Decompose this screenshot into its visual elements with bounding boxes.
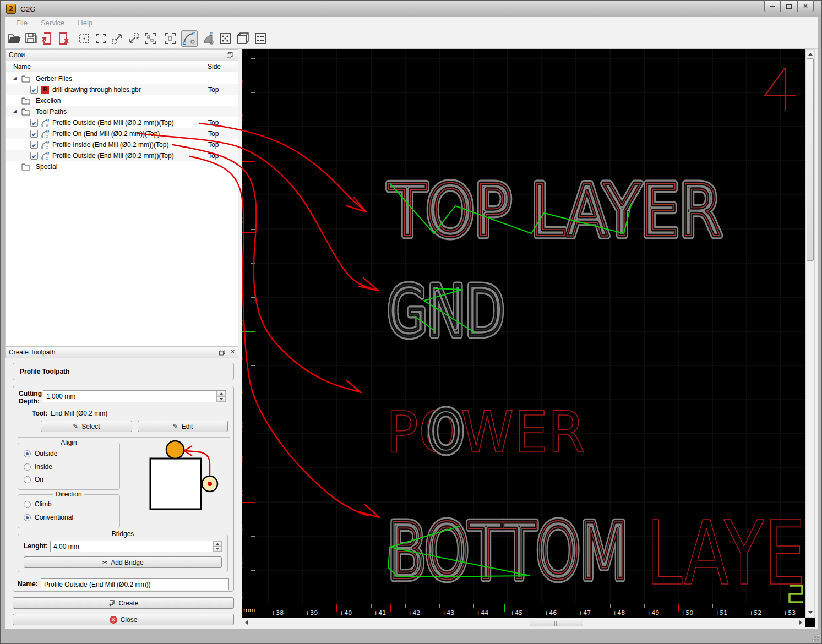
ruler-label: +22 bbox=[242, 421, 244, 434]
tree-item-label: Excellon bbox=[36, 97, 61, 105]
ruler-unit-label: mm bbox=[242, 604, 255, 618]
tile-view-icon[interactable] bbox=[144, 32, 157, 45]
tree-row-profile-on[interactable]: ✔ Profile On (End Mill (Ø0.2 mm))(Top) T… bbox=[6, 128, 238, 139]
ruler-tick bbox=[473, 604, 474, 608]
ruler-marker bbox=[242, 161, 255, 162]
tree-row-profile-outside-1[interactable]: ✔ Profile Outside (End Mill (Ø0.2 mm))(T… bbox=[6, 117, 238, 128]
resize-grip[interactable] bbox=[812, 634, 819, 641]
open-file-icon[interactable] bbox=[8, 32, 21, 45]
menu-file[interactable]: File bbox=[9, 19, 34, 27]
ruler-label: +41 bbox=[373, 609, 386, 616]
zoom-window-icon[interactable] bbox=[94, 32, 107, 45]
layer-checkbox[interactable]: ✔ bbox=[30, 119, 38, 127]
create-button[interactable]: Create bbox=[13, 597, 234, 609]
float-panel-icon[interactable] bbox=[219, 350, 225, 356]
layer-checkbox[interactable]: ✔ bbox=[30, 141, 38, 149]
menu-help[interactable]: Help bbox=[71, 19, 99, 27]
ruler-tick bbox=[747, 604, 747, 608]
edit-tool-button[interactable]: ✎Edit bbox=[138, 421, 228, 432]
spin-down[interactable] bbox=[217, 396, 226, 402]
toolpath-name-input[interactable] bbox=[41, 578, 229, 590]
folder-icon bbox=[21, 75, 30, 83]
radio-icon[interactable] bbox=[24, 514, 31, 521]
spin-up[interactable] bbox=[217, 391, 226, 396]
ruler-tick bbox=[251, 570, 255, 571]
tree-item-side: Top bbox=[208, 86, 219, 94]
select-tool-button[interactable]: ✎Select bbox=[41, 421, 132, 432]
ruler-label: +18 bbox=[242, 558, 244, 570]
tree-row-gerber-files[interactable]: ◢ Gerber Files bbox=[6, 73, 238, 84]
vertical-scrollbar[interactable] bbox=[805, 49, 815, 618]
vertical-scroll-thumb[interactable] bbox=[807, 58, 814, 261]
folder-icon bbox=[21, 163, 30, 171]
zoom-out-icon[interactable] bbox=[127, 32, 140, 45]
scroll-up-icon[interactable] bbox=[808, 53, 813, 56]
menu-service[interactable]: Service bbox=[34, 19, 71, 27]
column-name[interactable]: Name bbox=[13, 63, 31, 70]
scroll-down-icon[interactable] bbox=[808, 611, 813, 614]
tree-row-profile-outside-2[interactable]: ✔ Profile Outside (End Mill (Ø0.2 mm))(T… bbox=[6, 150, 238, 161]
layer-checkbox[interactable]: ✔ bbox=[30, 130, 38, 138]
align-on-radio[interactable]: On bbox=[24, 476, 43, 483]
align-inside-radio[interactable]: Inside bbox=[24, 463, 52, 471]
zoom-in-icon[interactable] bbox=[111, 32, 124, 45]
arrange-view-icon[interactable] bbox=[164, 32, 177, 45]
panel-close-icon[interactable]: ✕ bbox=[230, 348, 235, 356]
tree-row-excellon[interactable]: Excellon bbox=[6, 95, 238, 106]
close-button[interactable]: ✕ bbox=[797, 1, 814, 12]
ruler-label: +29 bbox=[242, 182, 244, 195]
toolpath-letter-o-power: O O bbox=[428, 399, 464, 465]
column-divider bbox=[204, 62, 204, 71]
spin-up[interactable] bbox=[213, 541, 222, 547]
maximize-button[interactable] bbox=[781, 1, 797, 12]
radio-icon[interactable] bbox=[24, 450, 31, 457]
add-bridge-button[interactable]: ✂Add Bridge bbox=[24, 556, 222, 568]
expand-icon[interactable]: ◢ bbox=[13, 75, 17, 81]
minimize-button[interactable] bbox=[764, 1, 781, 12]
bridge-length-input[interactable] bbox=[50, 541, 222, 552]
radio-icon[interactable] bbox=[24, 476, 31, 483]
cutting-depth-input[interactable] bbox=[43, 390, 226, 402]
float-panel-icon[interactable] bbox=[227, 52, 233, 58]
spin-down[interactable] bbox=[213, 547, 222, 552]
tree-row-tool-paths[interactable]: ◢ Tool Paths bbox=[6, 106, 238, 117]
board-3d-view-icon[interactable] bbox=[236, 32, 249, 45]
tree-row-drill-gbr[interactable]: ✔ R drill drawing through holes.gbr Top bbox=[6, 84, 238, 95]
profile-tool-button-active[interactable] bbox=[181, 30, 198, 47]
toolbar-separator bbox=[75, 31, 75, 46]
tree-row-special[interactable]: Special bbox=[6, 161, 238, 172]
save-file-icon[interactable] bbox=[24, 32, 37, 45]
zoom-extents-icon[interactable] bbox=[78, 32, 91, 45]
pocket-toolpath-icon[interactable] bbox=[201, 32, 214, 45]
ruler-tick bbox=[712, 604, 713, 608]
direction-conventional-radio[interactable]: Conventional bbox=[24, 514, 73, 521]
ruler-label: +47 bbox=[578, 609, 591, 616]
horizontal-scrollbar[interactable] bbox=[242, 618, 805, 627]
scroll-right-icon[interactable] bbox=[799, 620, 802, 625]
direction-climb-radio[interactable]: Climb bbox=[24, 500, 52, 508]
radio-icon[interactable] bbox=[24, 463, 31, 471]
close-panel-button[interactable]: ✕ Close bbox=[13, 614, 234, 625]
import-gerber-icon[interactable] bbox=[41, 32, 54, 45]
bridge-length-spinner[interactable] bbox=[213, 541, 222, 552]
radio-icon[interactable] bbox=[24, 501, 31, 508]
drill-tool-icon[interactable] bbox=[219, 32, 232, 45]
column-side[interactable]: Side bbox=[208, 63, 221, 70]
layer-checkbox[interactable]: ✔ bbox=[30, 86, 38, 94]
tree-row-profile-inside[interactable]: ✔ Profile Inside (End Mill (Ø0.2 mm))(To… bbox=[6, 139, 238, 150]
settings-form-icon[interactable] bbox=[254, 32, 267, 45]
layer-checkbox[interactable]: ✔ bbox=[30, 152, 38, 160]
svg-text:BOTTOM: BOTTOM bbox=[388, 507, 628, 597]
drawing-view[interactable]: TOP LAYER TOP LAYER TOP LAYER GND GND GN… bbox=[255, 49, 805, 604]
ruler-label: +26 bbox=[242, 285, 244, 297]
cutting-depth-spinner[interactable] bbox=[216, 391, 226, 402]
window-title: G2G bbox=[20, 5, 35, 13]
scissors-icon: ✂ bbox=[102, 559, 107, 566]
scroll-left-icon[interactable] bbox=[245, 620, 248, 625]
align-outside-radio[interactable]: Outside bbox=[24, 450, 57, 457]
horizontal-scroll-thumb[interactable] bbox=[530, 619, 583, 626]
expand-icon[interactable]: ◢ bbox=[13, 108, 17, 114]
ruler-tick bbox=[405, 604, 406, 608]
ruler-label: +23 bbox=[242, 387, 244, 400]
close-file-icon[interactable] bbox=[57, 32, 70, 45]
